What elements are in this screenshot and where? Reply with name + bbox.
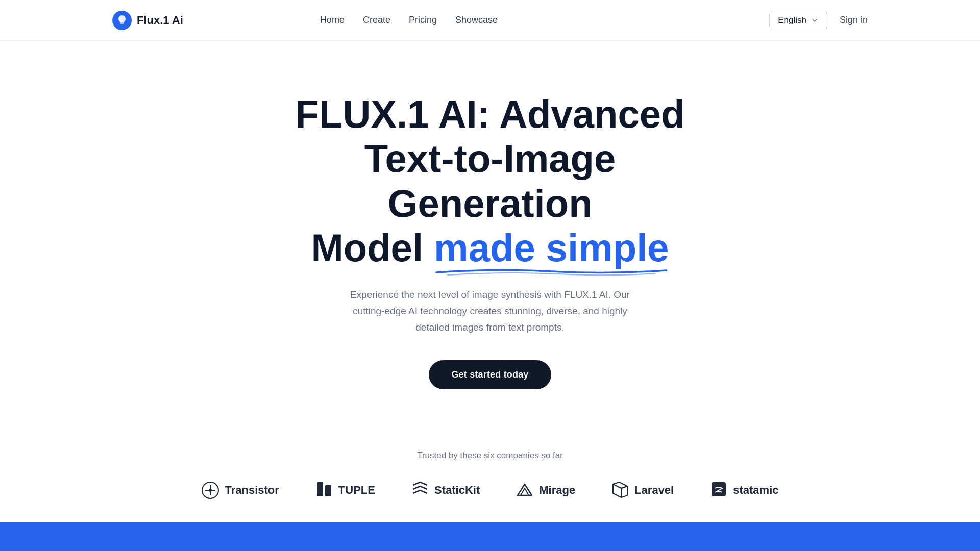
nav-links: Home Create Pricing Showcase: [208, 0, 610, 41]
hero-section: FLUX.1 AI: Advanced Text-to-Image Genera…: [0, 41, 980, 430]
nav-showcase[interactable]: Showcase: [455, 15, 498, 26]
hero-title-line2: Text-to-Image Generation: [364, 137, 616, 224]
svg-point-5: [209, 489, 212, 492]
hero-title-line3-plain: Model: [311, 226, 434, 269]
svg-point-1: [120, 20, 124, 24]
mirage-label: Mirage: [539, 484, 575, 497]
tuple-icon: [315, 481, 333, 499]
logo-icon: [112, 11, 132, 30]
statamic-icon: [709, 481, 728, 499]
logo-text: Flux.1 Ai: [137, 14, 183, 27]
underline-decoration: [434, 267, 669, 277]
mirage-icon: [516, 481, 534, 499]
trusted-section: Trusted by these six companies so far Tr…: [0, 430, 980, 530]
nav-create[interactable]: Create: [363, 15, 390, 26]
logo-mirage: Mirage: [516, 481, 575, 499]
sign-in-link[interactable]: Sign in: [840, 15, 868, 26]
tuple-label: TUPLE: [338, 484, 375, 497]
get-started-button[interactable]: Get started today: [429, 360, 551, 389]
svg-rect-6: [317, 482, 323, 496]
svg-rect-8: [712, 482, 726, 496]
svg-rect-7: [325, 485, 331, 496]
nav-left: Flux.1 Ai Home Create Pricing Showcase: [112, 0, 610, 41]
transistor-label: Transistor: [225, 484, 279, 497]
transistor-icon: [201, 481, 219, 499]
hero-title-highlight: made simple: [434, 226, 669, 270]
company-logos: Transistor TUPLE StaticKit: [201, 481, 778, 499]
statickit-label: StaticKit: [434, 484, 480, 497]
laravel-icon: [611, 481, 629, 499]
logo-statamic: statamic: [709, 481, 778, 499]
nav-home[interactable]: Home: [320, 15, 345, 26]
logo[interactable]: Flux.1 Ai: [112, 11, 183, 30]
logo-statickit: StaticKit: [411, 481, 480, 499]
nav-pricing[interactable]: Pricing: [409, 15, 437, 26]
chevron-down-icon: [811, 16, 819, 24]
hero-title: FLUX.1 AI: Advanced Text-to-Image Genera…: [260, 92, 720, 270]
statickit-icon: [411, 481, 429, 499]
navbar: Flux.1 Ai Home Create Pricing Showcase E…: [0, 0, 980, 41]
logo-transistor: Transistor: [201, 481, 279, 499]
laravel-label: Laravel: [634, 484, 674, 497]
hero-title-line1: FLUX.1 AI: Advanced: [296, 92, 685, 136]
footer-bar: [0, 522, 980, 551]
language-label: English: [778, 15, 806, 26]
logo-laravel: Laravel: [611, 481, 674, 499]
trusted-label: Trusted by these six companies so far: [417, 450, 563, 461]
logo-tuple: TUPLE: [315, 481, 375, 499]
hero-subtitle: Experience the next level of image synth…: [342, 287, 638, 336]
language-selector[interactable]: English: [769, 11, 827, 30]
statamic-label: statamic: [733, 484, 778, 497]
nav-right: English Sign in: [769, 11, 868, 30]
logo-svg: [116, 15, 128, 26]
